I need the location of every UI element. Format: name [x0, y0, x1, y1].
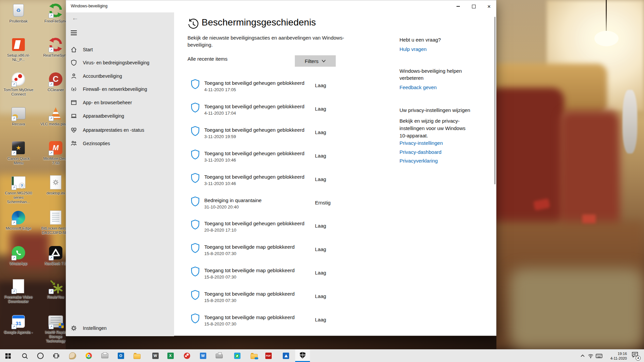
desktop-icon-prullenbak[interactable]: ♻ Prullenbak	[2, 3, 35, 23]
printer-icon	[101, 353, 108, 358]
taskbar-search-button[interactable]	[18, 350, 32, 362]
sidebar-item-start[interactable]: Start	[66, 43, 174, 56]
sidebar-item-firewall[interactable]: Firewall- en netwerkbeveiliging	[66, 82, 174, 96]
question-heading: Hebt u een vraag?	[399, 37, 441, 43]
list-item[interactable]: Toegang tot beveiligde map geblokkeerd 1…	[187, 312, 332, 331]
shortcut-arrow-icon: ↗	[49, 13, 54, 18]
privacy-dashboard-link[interactable]: Privacy-dashboard	[399, 149, 441, 155]
clock-date: 4-11-2020	[600, 356, 627, 361]
list-item[interactable]: Bedreiging in quarantaine 31-10-2020 20:…	[187, 195, 332, 214]
taskbar-clock[interactable]: 19:16 4-11-2020	[600, 351, 627, 361]
menu-icon[interactable]	[71, 31, 77, 35]
vertical-scrollbar[interactable]	[494, 17, 495, 184]
search-icon	[22, 353, 28, 359]
privacy-statement-link[interactable]: Privacyverklaring	[399, 158, 438, 164]
severity-label: Laag	[315, 270, 326, 276]
laptop-icon	[71, 113, 77, 119]
maximize-button[interactable]	[466, 0, 481, 12]
shield-icon	[191, 149, 200, 160]
shield-icon	[191, 313, 200, 323]
severity-label: Laag	[315, 153, 326, 159]
privacy-settings-link[interactable]: Privacy-instellingen	[399, 140, 443, 146]
close-icon: ×	[487, 4, 491, 9]
person-icon	[71, 73, 77, 79]
desktop-icon-recuva[interactable]: ↗ Recuva	[2, 106, 35, 126]
shield-icon	[191, 266, 200, 277]
start-button[interactable]	[1, 350, 15, 362]
history-icon	[187, 18, 199, 30]
sidebar-item-virus[interactable]: Virus- en bedreigingsbeveiliging	[66, 56, 174, 69]
feedback-link[interactable]: Feedback geven	[399, 84, 437, 90]
taskbar-tomtom[interactable]	[180, 350, 194, 362]
network-icon	[71, 86, 77, 92]
filters-button[interactable]: Filters	[295, 55, 336, 67]
tray-wifi[interactable]	[587, 350, 594, 362]
shortcut-arrow-icon: ↗	[11, 220, 16, 225]
list-item[interactable]: Toegang tot beveiligd geheugen geblokkee…	[187, 219, 332, 237]
list-item[interactable]: Toegang tot beveiligd geheugen geblokkee…	[187, 102, 332, 120]
list-item[interactable]: Toegang tot beveiligde map geblokkeerd 1…	[187, 242, 332, 261]
desktop-icon-google-agenda[interactable]: 31 ↗ Google Agenda -	[2, 314, 35, 335]
minimize-button[interactable]	[450, 0, 466, 12]
list-item[interactable]: Toegang tot beveiligd geheugen geblokkee…	[187, 78, 332, 97]
list-item[interactable]: Toegang tot beveiligd geheugen geblokkee…	[187, 125, 332, 144]
taskbar-word[interactable]: W	[196, 350, 210, 362]
desktop-icon-tomtom[interactable]: ↗ TomTom MyDrive Connect	[2, 71, 35, 97]
shortcut-arrow-icon: ↗	[11, 150, 16, 156]
cortana-button[interactable]	[34, 350, 47, 362]
shortcut-arrow-icon: ↗	[49, 324, 54, 329]
taskbar-outlook[interactable]: O	[114, 350, 127, 362]
taskbar-excel[interactable]: X	[164, 350, 177, 362]
shortcut-arrow-icon: ↗	[11, 289, 16, 294]
taskbar-word-legacy[interactable]: W	[149, 350, 162, 362]
onedrive-folder-icon	[251, 354, 258, 359]
taskbar-scanner[interactable]	[212, 350, 226, 362]
help-link[interactable]: Hulp vragen	[399, 46, 427, 52]
desktop-icon-office-setup[interactable]: Setup.x86.nl-NL_P...	[2, 37, 35, 62]
shield-icon	[191, 79, 200, 89]
taskbar-paint[interactable]	[66, 350, 79, 362]
shortcut-arrow-icon: ↗	[49, 150, 54, 156]
desktop-icon-canon-quick-menu[interactable]: ★ ↗ Canon Quick Menu	[2, 140, 35, 165]
text-document-icon	[50, 210, 61, 225]
list-item[interactable]: Toegang tot beveiligde map geblokkeerd 1…	[187, 265, 332, 284]
desktop-icon-whatsapp[interactable]: ↗ WhatsApp	[2, 245, 35, 266]
taskbar-windows-security[interactable]	[295, 350, 310, 362]
list-item[interactable]: Toegang tot beveiligd geheugen geblokkee…	[187, 172, 332, 191]
desktop-icon-canon-mg2500[interactable]: ↗ Canon MG2500 series Schermhan...	[2, 175, 35, 204]
taskbar-fax[interactable]	[98, 350, 111, 362]
close-button[interactable]: ×	[481, 0, 497, 12]
sidebar-item-app-browser[interactable]: App- en browserbeheer	[66, 96, 174, 109]
sidebar-item-account[interactable]: Accountbeveiliging	[66, 69, 174, 83]
list-item[interactable]: Toegang tot beveiligde map geblokkeerd 1…	[187, 289, 332, 308]
desktop-icon-freemake[interactable]: ↗ Freemake Video Downloader	[2, 279, 35, 304]
taskbar-scan-app[interactable]	[279, 350, 292, 362]
desktop-icon-edge[interactable]: ↗ Microsoft Edge	[2, 210, 35, 231]
shortcut-arrow-icon: ↗	[11, 324, 16, 329]
realtimesync-icon: ↗	[48, 37, 63, 52]
home-icon	[71, 47, 77, 53]
shortcut-arrow-icon: ↗	[11, 82, 16, 87]
shield-icon	[191, 126, 200, 136]
sidebar-item-family[interactable]: Gezinsopties	[66, 137, 174, 150]
action-center-button[interactable]: 4	[631, 352, 640, 360]
list-item[interactable]: Toegang tot beveiligd geheugen geblokkee…	[187, 148, 332, 167]
sidebar-item-device-health[interactable]: Apparaatprestaties en -status	[66, 123, 174, 137]
back-button[interactable]: ←	[70, 14, 80, 22]
health-heart-icon	[71, 127, 77, 133]
tray-expand-button[interactable]	[579, 350, 586, 362]
task-view-button[interactable]	[49, 350, 63, 362]
page-subtitle: Bekijk de nieuwste beveiligingsacties en…	[187, 34, 348, 48]
sidebar-item-settings[interactable]: Instellingen	[66, 321, 174, 335]
taskbar-chrome[interactable]	[82, 350, 95, 362]
taskbar-whatsapp[interactable]	[230, 350, 244, 362]
taskbar-pdf[interactable]: PDF	[262, 350, 275, 362]
word-icon: W	[200, 353, 206, 359]
title-bar[interactable]: Windows-beveiliging ×	[66, 0, 496, 12]
shortcut-arrow-icon: ↗	[49, 47, 54, 52]
shield-icon	[191, 103, 200, 113]
list-header: Alle recente items	[187, 56, 227, 62]
sidebar-item-device-security[interactable]: Apparaatbeveiliging	[66, 109, 174, 123]
taskbar-file-explorer[interactable]	[130, 350, 144, 362]
taskbar-onedrive-folder[interactable]	[247, 350, 261, 362]
